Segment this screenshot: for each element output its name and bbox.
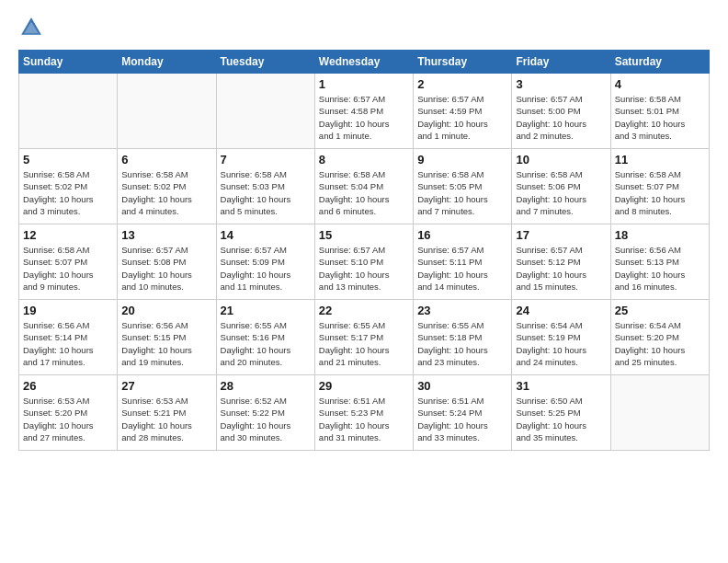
day-number: 8 (319, 153, 409, 167)
day-info: Sunrise: 6:57 AM Sunset: 5:09 PM Dayligh… (221, 244, 311, 293)
day-cell-10: 10Sunrise: 6:58 AM Sunset: 5:06 PM Dayli… (512, 149, 610, 224)
day-info: Sunrise: 6:55 AM Sunset: 5:18 PM Dayligh… (417, 319, 507, 368)
day-info: Sunrise: 6:58 AM Sunset: 5:07 PM Dayligh… (615, 168, 705, 217)
empty-cell (118, 74, 216, 149)
day-cell-21: 21Sunrise: 6:55 AM Sunset: 5:16 PM Dayli… (216, 300, 314, 375)
day-cell-24: 24Sunrise: 6:54 AM Sunset: 5:19 PM Dayli… (512, 300, 610, 375)
day-number: 21 (221, 304, 311, 317)
day-cell-14: 14Sunrise: 6:57 AM Sunset: 5:09 PM Dayli… (216, 224, 314, 300)
day-info: Sunrise: 6:50 AM Sunset: 5:25 PM Dayligh… (516, 395, 606, 443)
day-number: 1 (319, 77, 409, 91)
day-cell-12: 12Sunrise: 6:58 AM Sunset: 5:07 PM Dayli… (19, 224, 118, 300)
day-info: Sunrise: 6:55 AM Sunset: 5:16 PM Dayligh… (221, 319, 311, 368)
day-info: Sunrise: 6:57 AM Sunset: 4:58 PM Dayligh… (319, 93, 409, 142)
day-info: Sunrise: 6:51 AM Sunset: 5:23 PM Dayligh… (319, 395, 409, 443)
day-number: 31 (516, 379, 606, 393)
day-number: 15 (319, 228, 409, 242)
weekday-header-friday: Friday (512, 51, 610, 74)
day-number: 26 (23, 379, 113, 393)
day-info: Sunrise: 6:58 AM Sunset: 5:05 PM Dayligh… (417, 168, 507, 217)
day-number: 23 (417, 304, 507, 317)
day-info: Sunrise: 6:53 AM Sunset: 5:20 PM Dayligh… (23, 395, 113, 443)
day-info: Sunrise: 6:52 AM Sunset: 5:22 PM Dayligh… (221, 395, 311, 443)
week-row-3: 12Sunrise: 6:58 AM Sunset: 5:07 PM Dayli… (19, 224, 710, 300)
day-number: 9 (417, 153, 507, 167)
day-info: Sunrise: 6:56 AM Sunset: 5:13 PM Dayligh… (615, 244, 705, 293)
day-info: Sunrise: 6:54 AM Sunset: 5:20 PM Dayligh… (615, 319, 705, 368)
day-info: Sunrise: 6:57 AM Sunset: 5:12 PM Dayligh… (516, 244, 606, 293)
day-cell-11: 11Sunrise: 6:58 AM Sunset: 5:07 PM Dayli… (610, 149, 709, 224)
day-number: 24 (516, 304, 606, 317)
day-cell-25: 25Sunrise: 6:54 AM Sunset: 5:20 PM Dayli… (610, 300, 709, 375)
day-number: 19 (23, 304, 113, 317)
day-info: Sunrise: 6:58 AM Sunset: 5:02 PM Dayligh… (23, 168, 113, 217)
day-number: 14 (221, 228, 311, 242)
day-info: Sunrise: 6:58 AM Sunset: 5:07 PM Dayligh… (23, 244, 113, 293)
day-number: 17 (516, 228, 606, 242)
day-info: Sunrise: 6:58 AM Sunset: 5:03 PM Dayligh… (221, 168, 311, 217)
day-info: Sunrise: 6:57 AM Sunset: 5:11 PM Dayligh… (417, 244, 507, 293)
logo (18, 15, 48, 40)
day-info: Sunrise: 6:53 AM Sunset: 5:21 PM Dayligh… (121, 395, 211, 443)
weekday-header-thursday: Thursday (414, 51, 512, 74)
day-cell-2: 2Sunrise: 6:57 AM Sunset: 4:59 PM Daylig… (414, 74, 512, 149)
day-cell-3: 3Sunrise: 6:57 AM Sunset: 5:00 PM Daylig… (512, 74, 610, 149)
day-number: 22 (319, 304, 409, 317)
day-number: 10 (516, 153, 606, 167)
day-cell-20: 20Sunrise: 6:56 AM Sunset: 5:15 PM Dayli… (118, 300, 216, 375)
day-cell-18: 18Sunrise: 6:56 AM Sunset: 5:13 PM Dayli… (610, 224, 709, 300)
day-number: 20 (121, 304, 211, 317)
day-info: Sunrise: 6:56 AM Sunset: 5:14 PM Dayligh… (23, 319, 113, 368)
logo-icon (18, 15, 44, 40)
day-cell-22: 22Sunrise: 6:55 AM Sunset: 5:17 PM Dayli… (314, 300, 413, 375)
day-info: Sunrise: 6:57 AM Sunset: 4:59 PM Dayligh… (417, 93, 507, 142)
day-number: 27 (121, 379, 211, 393)
day-number: 6 (121, 153, 211, 167)
day-cell-13: 13Sunrise: 6:57 AM Sunset: 5:08 PM Dayli… (118, 224, 216, 300)
day-cell-16: 16Sunrise: 6:57 AM Sunset: 5:11 PM Dayli… (414, 224, 512, 300)
day-cell-6: 6Sunrise: 6:58 AM Sunset: 5:02 PM Daylig… (118, 149, 216, 224)
weekday-header-monday: Monday (118, 51, 216, 74)
day-info: Sunrise: 6:57 AM Sunset: 5:10 PM Dayligh… (319, 244, 409, 293)
day-number: 4 (615, 77, 705, 91)
day-info: Sunrise: 6:57 AM Sunset: 5:00 PM Dayligh… (516, 93, 606, 142)
day-number: 25 (615, 304, 705, 317)
day-info: Sunrise: 6:55 AM Sunset: 5:17 PM Dayligh… (319, 319, 409, 368)
week-row-2: 5Sunrise: 6:58 AM Sunset: 5:02 PM Daylig… (19, 149, 710, 224)
weekday-header-sunday: Sunday (19, 51, 118, 74)
weekday-header-tuesday: Tuesday (216, 51, 314, 74)
day-number: 5 (23, 153, 113, 167)
day-number: 13 (121, 228, 211, 242)
day-cell-27: 27Sunrise: 6:53 AM Sunset: 5:21 PM Dayli… (118, 375, 216, 451)
day-info: Sunrise: 6:56 AM Sunset: 5:15 PM Dayligh… (121, 319, 211, 368)
day-cell-23: 23Sunrise: 6:55 AM Sunset: 5:18 PM Dayli… (414, 300, 512, 375)
day-number: 28 (221, 379, 311, 393)
day-cell-15: 15Sunrise: 6:57 AM Sunset: 5:10 PM Dayli… (314, 224, 413, 300)
empty-cell (19, 74, 118, 149)
week-row-4: 19Sunrise: 6:56 AM Sunset: 5:14 PM Dayli… (19, 300, 710, 375)
day-number: 7 (221, 153, 311, 167)
day-number: 12 (23, 228, 113, 242)
day-cell-8: 8Sunrise: 6:58 AM Sunset: 5:04 PM Daylig… (314, 149, 413, 224)
day-number: 3 (516, 77, 606, 91)
day-info: Sunrise: 6:58 AM Sunset: 5:02 PM Dayligh… (121, 168, 211, 217)
header (18, 15, 710, 40)
empty-cell (216, 74, 314, 149)
day-cell-4: 4Sunrise: 6:58 AM Sunset: 5:01 PM Daylig… (610, 74, 709, 149)
day-info: Sunrise: 6:58 AM Sunset: 5:04 PM Dayligh… (319, 168, 409, 217)
day-cell-29: 29Sunrise: 6:51 AM Sunset: 5:23 PM Dayli… (314, 375, 413, 451)
day-cell-5: 5Sunrise: 6:58 AM Sunset: 5:02 PM Daylig… (19, 149, 118, 224)
weekday-header-wednesday: Wednesday (314, 51, 413, 74)
day-number: 30 (417, 379, 507, 393)
day-info: Sunrise: 6:58 AM Sunset: 5:06 PM Dayligh… (516, 168, 606, 217)
day-info: Sunrise: 6:51 AM Sunset: 5:24 PM Dayligh… (417, 395, 507, 443)
day-cell-17: 17Sunrise: 6:57 AM Sunset: 5:12 PM Dayli… (512, 224, 610, 300)
empty-cell (610, 375, 709, 451)
day-cell-7: 7Sunrise: 6:58 AM Sunset: 5:03 PM Daylig… (216, 149, 314, 224)
day-cell-19: 19Sunrise: 6:56 AM Sunset: 5:14 PM Dayli… (19, 300, 118, 375)
day-info: Sunrise: 6:57 AM Sunset: 5:08 PM Dayligh… (121, 244, 211, 293)
day-cell-9: 9Sunrise: 6:58 AM Sunset: 5:05 PM Daylig… (414, 149, 512, 224)
day-number: 16 (417, 228, 507, 242)
day-info: Sunrise: 6:54 AM Sunset: 5:19 PM Dayligh… (516, 319, 606, 368)
week-row-1: 1Sunrise: 6:57 AM Sunset: 4:58 PM Daylig… (19, 74, 710, 149)
